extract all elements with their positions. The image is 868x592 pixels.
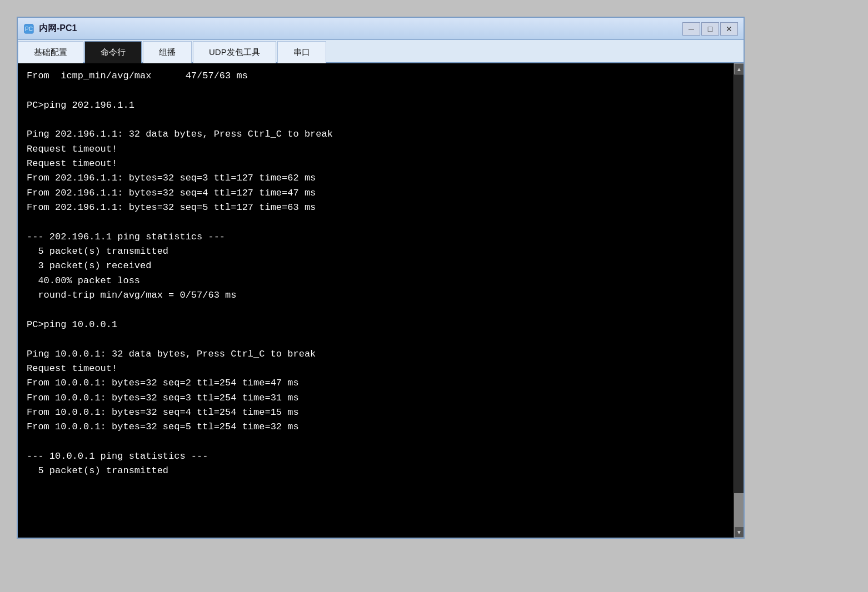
title-bar-buttons: ─ □ ✕ [682, 22, 738, 36]
title-bar: PC 内网-PC1 ─ □ ✕ [18, 18, 744, 40]
scroll-thumb[interactable] [734, 493, 744, 526]
scroll-up-button[interactable]: ▲ [734, 63, 744, 74]
tab-command-line[interactable]: 命令行 [84, 41, 142, 63]
tab-bar: 基础配置 命令行 组播 UDP发包工具 串口 [18, 40, 744, 63]
tab-basic-config[interactable]: 基础配置 [18, 41, 83, 63]
tab-udp-tool[interactable]: UDP发包工具 [193, 41, 276, 63]
window-icon: PC [23, 23, 34, 34]
svg-text:PC: PC [25, 26, 33, 32]
close-button[interactable]: ✕ [720, 22, 738, 36]
scrollbar: ▲ ▼ [734, 63, 744, 538]
maximize-button[interactable]: □ [701, 22, 719, 36]
tab-multicast[interactable]: 组播 [143, 41, 192, 63]
tab-serial[interactable]: 串口 [277, 41, 326, 63]
terminal-output[interactable]: From icmp_min/avg/max 47/57/63 ms PC>pin… [18, 63, 734, 538]
scroll-track [734, 74, 744, 526]
scroll-down-button[interactable]: ▼ [734, 526, 744, 538]
main-window: PC 内网-PC1 ─ □ ✕ 基础配置 命令行 组播 UDP发包工具 串口 F… [17, 17, 745, 539]
minimize-button[interactable]: ─ [682, 22, 700, 36]
window-title: 内网-PC1 [39, 23, 682, 34]
content-area: From icmp_min/avg/max 47/57/63 ms PC>pin… [18, 63, 744, 538]
